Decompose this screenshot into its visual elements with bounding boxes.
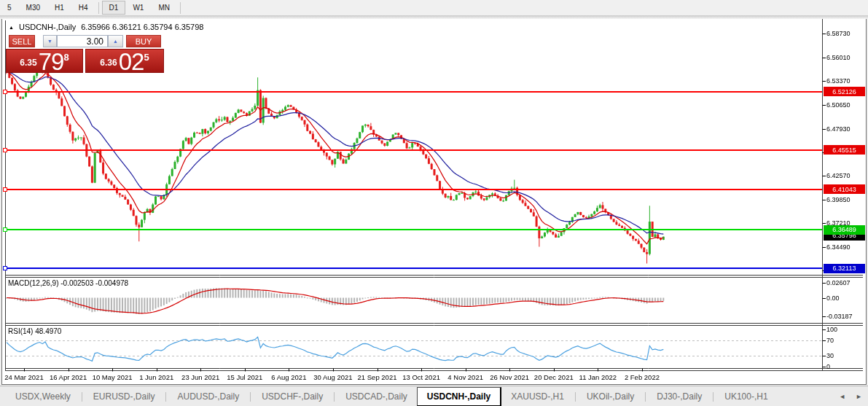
tab-scroll-right-icon[interactable]: ► [856, 393, 862, 400]
tab-usdx-weekly[interactable]: USDX,Weekly [6, 389, 80, 405]
volume-up-button[interactable]: ▲ [108, 35, 123, 47]
date-label: 2 Feb 2022 [625, 373, 660, 381]
date-label: 20 Dec 2021 [534, 373, 574, 381]
date-label: 11 Jan 2022 [579, 373, 617, 381]
sell-price-button[interactable]: 6.35 79 8 [6, 49, 83, 73]
tab-divider [645, 392, 646, 402]
buy-button[interactable]: BUY [126, 35, 161, 47]
sell-price-sup: 8 [63, 52, 69, 63]
price-line-label: 6.45515 [824, 145, 865, 155]
date-label: 1 Jun 2021 [139, 373, 173, 381]
date-label: 23 Jun 2021 [181, 373, 219, 381]
macd-label: MACD(12,26,9) -0.002503 -0.004978 [8, 279, 128, 287]
arrow-up-icon: ▲ [113, 39, 118, 44]
volume-down-button[interactable]: ▼ [43, 35, 57, 47]
price-axis-tick: 6.42570 [826, 172, 851, 179]
tab-divider [334, 392, 335, 402]
toolbar-divider [180, 2, 181, 14]
symbol-tabbar: USDX,WeeklyEURUSD-,DailyAUDUSD-,DailyUSD… [0, 386, 868, 406]
tab-divider [575, 392, 576, 402]
price-line-label: 6.52126 [824, 87, 865, 96]
tab-eurusd-daily[interactable]: EURUSD-,Daily [84, 389, 165, 405]
rsi-axis-tick: 0 [826, 363, 830, 370]
timeframe-button-m30[interactable]: M30 [20, 1, 47, 14]
tab-divider [250, 392, 251, 402]
timeframe-button-h4[interactable]: H4 [72, 1, 95, 14]
date-label: 15 Jul 2021 [227, 373, 262, 381]
date-label: 6 Aug 2021 [271, 373, 306, 381]
date-label: 4 Nov 2021 [447, 373, 483, 381]
time-axis[interactable]: 24 Mar 202116 Apr 202110 May 20211 Jun 2… [0, 373, 822, 383]
macd-axis-tick: 0.00 [826, 294, 840, 302]
buy-price-sup: 5 [144, 52, 149, 63]
price-axis-tick: 6.56010 [826, 54, 851, 61]
sell-price-big: 79 [39, 52, 64, 71]
tab-scroll-left-icon[interactable]: ◄ [839, 393, 845, 400]
date-label: 21 Sep 2021 [358, 373, 397, 381]
tab-divider [82, 392, 82, 402]
tab-divider [165, 392, 166, 402]
macd-axis-tick: 0.02607 [826, 279, 851, 286]
buy-price-big: 02 [119, 52, 144, 71]
rsi-axis-tick: 100 [826, 326, 837, 333]
timeframe-button-5[interactable]: 5 [1, 1, 18, 14]
toolbar-separator [0, 15, 868, 19]
price-axis-tick: 6.47930 [826, 125, 851, 133]
tab-uk100-h1[interactable]: UK100-,H1 [715, 389, 777, 405]
date-label: 10 May 2021 [93, 373, 133, 381]
arrow-down-icon: ▼ [47, 39, 52, 44]
price-axis-tick: 6.50650 [826, 101, 851, 109]
sell-button[interactable]: SELL [9, 35, 35, 47]
rsi-axis-tick: 30 [826, 352, 834, 359]
buy-price-button[interactable]: 6.36 02 5 [85, 49, 164, 73]
sell-price-prefix: 6.35 [20, 58, 36, 68]
price-line-label: 6.41043 [824, 184, 865, 194]
tab-audusd-daily[interactable]: AUDUSD-,Daily [168, 389, 249, 405]
tab-dj30-daily[interactable]: DJ30-,Daily [647, 389, 711, 405]
macd-axis-tick: -0.03187 [826, 313, 853, 320]
chart-title: ▲ USDCNH-,Daily 6.35966 6.36121 6.35794 … [9, 23, 203, 31]
tab-xauusd-h1[interactable]: XAUUSD-,H1 [501, 389, 574, 405]
tab-usdcnh-daily[interactable]: USDCNH-,Daily [417, 387, 501, 406]
price-axis[interactable]: 6.587306.560106.533706.506506.479306.452… [823, 0, 868, 406]
timeframe-button-h1[interactable]: H1 [48, 1, 71, 14]
tab-ukoil-daily[interactable]: UKOil-,Daily [577, 389, 644, 405]
price-axis-tick: 6.39850 [826, 196, 851, 203]
price-line-label: 6.36489 [824, 225, 865, 235]
date-label: 26 Nov 2021 [490, 373, 529, 381]
rsi-axis-tick: 70 [826, 337, 834, 344]
toolbar-divider [98, 2, 99, 14]
tab-usdchf-daily[interactable]: USDCHF-,Daily [252, 389, 332, 405]
panel-toggle-icon[interactable]: ▲ [9, 23, 14, 31]
date-label: 16 Apr 2021 [50, 373, 87, 381]
date-label: 30 Aug 2021 [313, 373, 352, 381]
one-click-trade-panel: SELL ▼ 3.00 ▲ BUY 6.35 79 8 6.36 02 5 [6, 34, 165, 73]
timeframe-button-d1[interactable]: D1 [103, 1, 125, 14]
price-axis-tick: 6.58730 [826, 30, 851, 37]
price-axis-tick: 6.53370 [826, 77, 851, 85]
chart-symbol-label: USDCNH-,Daily [19, 23, 76, 31]
tab-scroll-nav: ◄ ► [839, 393, 862, 400]
buy-price-prefix: 6.36 [100, 58, 117, 68]
timeframe-button-w1[interactable]: W1 [126, 1, 150, 14]
date-label: 13 Oct 2021 [402, 373, 440, 381]
chart-ohlc-values: 6.35966 6.36121 6.35794 6.35798 [81, 23, 203, 31]
date-label: 24 Mar 2021 [4, 373, 43, 381]
rsi-label: RSI(14) 48.4970 [8, 327, 61, 335]
timeframe-toolbar: 5M30H1H4D1W1MN [0, 0, 868, 15]
tab-divider [713, 392, 713, 402]
volume-input[interactable]: 3.00 [57, 35, 108, 47]
price-axis-tick: 6.34490 [826, 243, 851, 251]
price-line-label: 6.32113 [824, 264, 865, 273]
timeframe-button-mn[interactable]: MN [152, 1, 176, 14]
tab-usdcad-daily[interactable]: USDCAD-,Daily [336, 389, 417, 405]
